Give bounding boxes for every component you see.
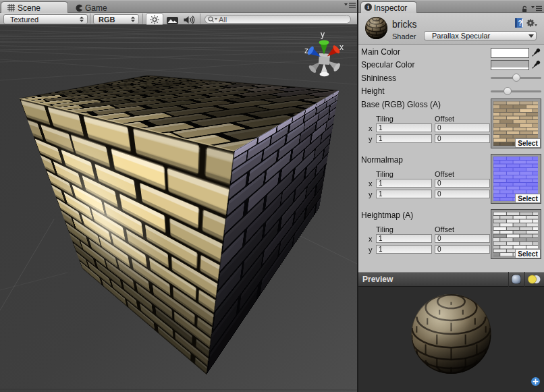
svg-text:?: ? (518, 20, 522, 27)
svg-text:x: x (339, 43, 344, 52)
svg-text:y: y (321, 30, 325, 39)
svg-text:z: z (304, 46, 308, 55)
